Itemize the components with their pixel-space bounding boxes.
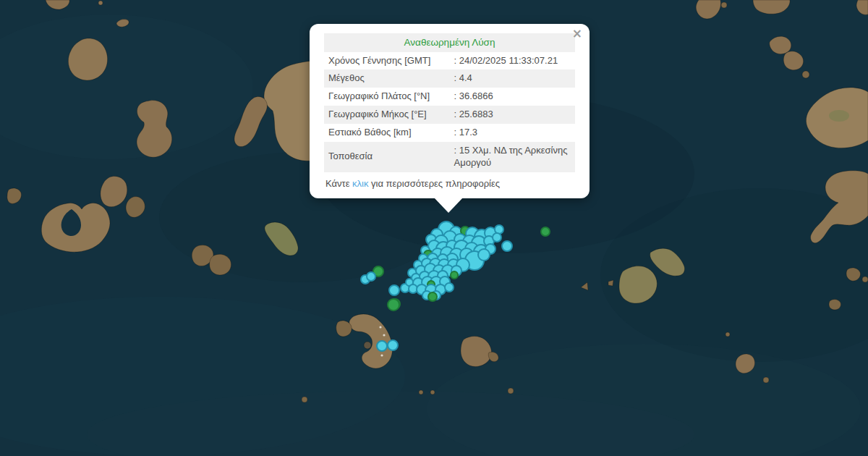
popup-title: Αναθεωρημένη Λύση <box>324 33 575 52</box>
island-vegetation <box>829 110 849 122</box>
earthquake-marker-green[interactable] <box>428 292 437 301</box>
footer-text: για περισσότερες πληροφορίες <box>368 178 500 189</box>
island <box>302 397 307 402</box>
island <box>726 332 730 337</box>
island <box>336 321 352 337</box>
row-value: : 24/02/2025 11:33:07.21 <box>450 52 576 70</box>
island <box>430 390 435 394</box>
island <box>98 1 103 5</box>
map-viewport[interactable]: × Αναθεωρημένη Λύση Χρόνος Γέννησης [GMT… <box>0 0 868 456</box>
row-value: : 25.6883 <box>450 106 576 124</box>
island <box>419 390 423 394</box>
earthquake-marker-cyan[interactable] <box>367 272 375 281</box>
table-row: Μέγεθος : 4.4 <box>324 69 575 88</box>
table-row: Εστιακό Βάθος [km] : 17.3 <box>324 124 575 142</box>
more-info-link[interactable]: κλικ <box>352 178 368 189</box>
row-label: Μέγεθος <box>324 69 450 88</box>
earthquake-marker-green[interactable] <box>541 227 550 236</box>
footer-text: Κάντε <box>326 178 352 189</box>
table-row: Χρόνος Γέννησης [GMT] : 24/02/2025 11:33… <box>324 52 575 70</box>
earthquake-marker-cyan[interactable] <box>478 249 490 261</box>
island <box>763 377 769 383</box>
island <box>802 71 809 78</box>
earthquake-marker-green[interactable] <box>388 299 399 311</box>
earthquake-marker-cyan[interactable] <box>388 340 398 350</box>
table-row: Τοποθεσία : 15 Χλμ. ΝΔ της Αρκεσίνης Αμο… <box>324 142 575 172</box>
row-label: Τοποθεσία <box>324 142 450 172</box>
row-label: Εστιακό Βάθος [km] <box>324 124 450 142</box>
popup-table: Αναθεωρημένη Λύση Χρόνος Γέννησης [GMT] … <box>324 33 575 172</box>
row-value: : 15 Χλμ. ΝΔ της Αρκεσίνης Αμοργού <box>450 142 576 172</box>
island <box>210 254 231 275</box>
row-value: : 17.3 <box>450 124 576 142</box>
row-label: Γεωγραφικό Πλάτος [°N] <box>324 88 450 106</box>
table-row: Γεωγραφικό Πλάτος [°N] : 36.6866 <box>324 88 575 106</box>
earthquake-marker-cyan[interactable] <box>493 233 501 242</box>
earthquake-popup: × Αναθεωρημένη Λύση Χρόνος Γέννησης [GMT… <box>310 24 590 198</box>
island <box>508 388 514 394</box>
earthquake-marker-cyan[interactable] <box>389 285 399 295</box>
row-value: : 4.4 <box>450 69 576 88</box>
earthquake-marker-green[interactable] <box>451 271 458 279</box>
earthquake-marker-cyan[interactable] <box>377 341 387 351</box>
earthquake-marker-cyan[interactable] <box>502 241 512 251</box>
island <box>364 342 371 349</box>
popup-footer: Κάντε κλικ για περισσότερες πληροφορίες <box>324 178 575 190</box>
island <box>721 2 727 8</box>
island <box>829 300 841 310</box>
island <box>846 268 861 281</box>
earthquake-marker-cyan[interactable] <box>445 283 454 292</box>
island <box>862 276 868 282</box>
row-label: Χρόνος Γέννησης [GMT] <box>324 52 450 70</box>
row-value: : 36.6866 <box>450 88 576 106</box>
island <box>608 280 613 286</box>
close-icon[interactable]: × <box>572 28 582 40</box>
row-label: Γεωγραφικό Μήκος [°E] <box>324 106 450 124</box>
popup-tail <box>434 198 463 213</box>
table-row: Γεωγραφικό Μήκος [°E] : 25.6883 <box>324 106 575 124</box>
